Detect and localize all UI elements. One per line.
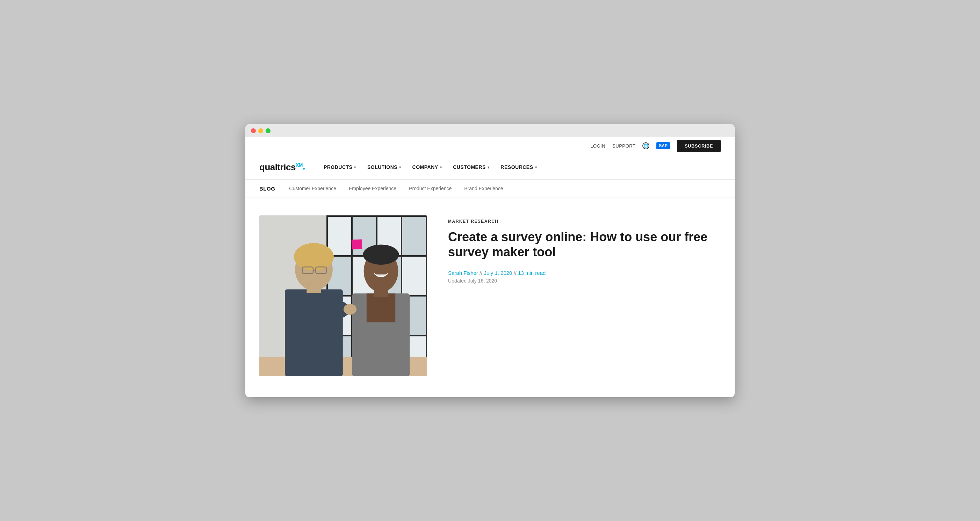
nav-customers-label: CUSTOMERS: [453, 164, 486, 170]
nav-customers-chevron: ▾: [488, 166, 490, 169]
nav-item-products[interactable]: PRODUCTS ▾: [319, 161, 361, 173]
login-link[interactable]: LOGIN: [590, 143, 605, 148]
author-separator: //: [479, 270, 484, 276]
browser-body: LOGIN SUPPORT 🌐 SAP SUBSCRIBE qualtricsX…: [245, 137, 735, 397]
nav-products-label: PRODUCTS: [324, 164, 353, 170]
nav-solutions-chevron: ▾: [399, 166, 401, 169]
logo-xm: XM: [296, 162, 303, 168]
main-navigation: qualtricsXM PRODUCTS ▾ SOLUTIONS ▾ COMPA…: [245, 155, 735, 180]
browser-traffic-lights: [251, 128, 729, 133]
svg-point-8: [344, 304, 356, 315]
nav-products-chevron: ▾: [354, 166, 356, 169]
close-button-dot[interactable]: [251, 128, 256, 133]
svg-rect-0: [285, 289, 343, 376]
article-publish-date: July 1, 2020: [484, 270, 512, 276]
blog-nav-brand-experience[interactable]: Brand Experience: [464, 186, 503, 191]
browser-chrome: [245, 124, 735, 137]
nav-item-resources[interactable]: RESOURCES ▾: [496, 161, 542, 173]
blog-nav-product-experience[interactable]: Product Experience: [409, 186, 452, 191]
nav-company-chevron: ▾: [440, 166, 442, 169]
article-meta: Sarah Fisher // July 1, 2020 // 13 min r…: [448, 270, 721, 284]
minimize-button-dot[interactable]: [258, 128, 263, 133]
nav-resources-chevron: ▾: [535, 166, 537, 169]
article-featured-image: [259, 215, 427, 376]
nav-company-label: COMPANY: [412, 164, 438, 170]
logo-dot: [303, 168, 305, 170]
browser-window: LOGIN SUPPORT 🌐 SAP SUBSCRIBE qualtricsX…: [245, 124, 735, 397]
article-read-time: 13 min read: [518, 270, 546, 276]
article-title: Create a survey online: How to use our f…: [448, 229, 721, 260]
blog-label: BLOG: [259, 186, 275, 191]
blog-nav-links: Customer Experience Employee Experience …: [289, 185, 503, 191]
svg-point-3: [294, 243, 334, 271]
article-category: MARKET RESEARCH: [448, 219, 721, 224]
article-image-scene: [259, 215, 427, 376]
utility-bar: LOGIN SUPPORT 🌐 SAP SUBSCRIBE: [245, 137, 735, 155]
date-separator: //: [514, 270, 518, 276]
support-link[interactable]: SUPPORT: [612, 143, 635, 148]
maximize-button-dot[interactable]: [266, 128, 270, 133]
svg-rect-10: [367, 293, 395, 322]
logo[interactable]: qualtricsXM: [259, 162, 305, 173]
article-updated-date: Updated July 16, 2020: [448, 278, 721, 284]
nav-item-company[interactable]: COMPANY ▾: [407, 161, 447, 173]
author-name: Sarah Fisher: [448, 270, 478, 276]
article-author[interactable]: Sarah Fisher // July 1, 2020 // 13 min r…: [448, 270, 721, 276]
language-selector-icon[interactable]: 🌐: [643, 142, 649, 149]
blog-nav-customer-experience[interactable]: Customer Experience: [289, 186, 336, 191]
sap-logo[interactable]: SAP: [656, 142, 670, 149]
logo-text: qualtricsXM: [259, 162, 305, 173]
nav-item-customers[interactable]: CUSTOMERS ▾: [448, 161, 494, 173]
nav-solutions-label: SOLUTIONS: [368, 164, 398, 170]
subscribe-button[interactable]: SUBSCRIBE: [677, 140, 721, 152]
svg-point-7: [305, 280, 323, 287]
blog-sub-navigation: BLOG Customer Experience Employee Experi…: [245, 180, 735, 198]
article-content: MARKET RESEARCH Create a survey online: …: [448, 215, 721, 284]
content-area: MARKET RESEARCH Create a survey online: …: [245, 198, 735, 397]
blog-nav-employee-experience[interactable]: Employee Experience: [349, 186, 396, 191]
person-left-figure: [259, 231, 368, 376]
nav-resources-label: RESOURCES: [501, 164, 533, 170]
nav-item-solutions[interactable]: SOLUTIONS ▾: [363, 161, 406, 173]
nav-menu: PRODUCTS ▾ SOLUTIONS ▾ COMPANY ▾ CUSTOME…: [319, 161, 542, 173]
